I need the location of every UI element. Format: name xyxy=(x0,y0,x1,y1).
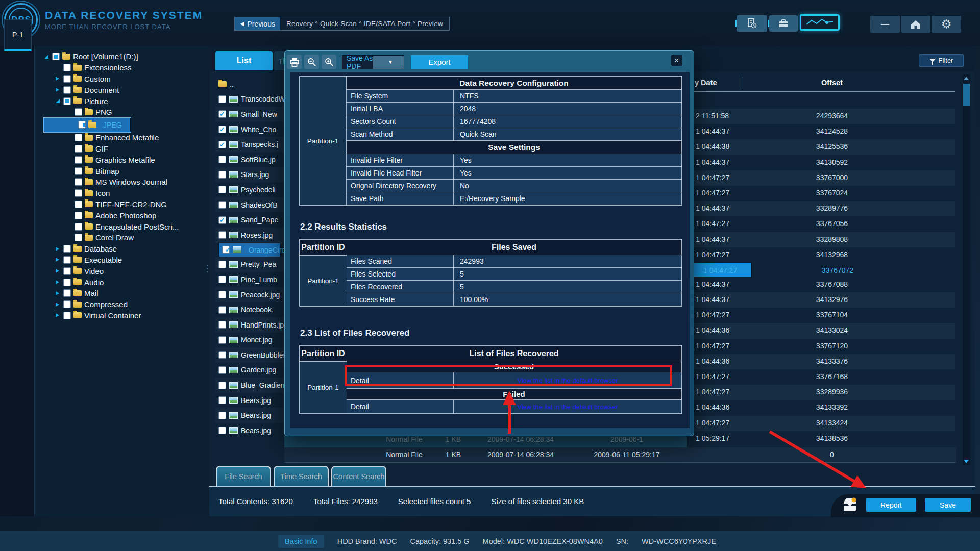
tree-item[interactable]: Mail xyxy=(41,288,207,299)
zoom-out-button[interactable] xyxy=(304,55,319,69)
tree-checkbox[interactable] xyxy=(63,279,71,286)
result-row[interactable]: 1 04:47:27 34132968 xyxy=(687,247,955,263)
tree-checkbox[interactable] xyxy=(63,75,71,83)
tree-checkbox[interactable] xyxy=(75,108,82,116)
search-tab[interactable]: Time Search xyxy=(274,466,329,486)
file-checkbox[interactable] xyxy=(218,231,226,239)
file-checkbox[interactable] xyxy=(218,201,226,209)
tree-checkbox[interactable] xyxy=(75,178,82,186)
file-row[interactable]: Bears.jpg xyxy=(215,408,284,423)
tree-item[interactable]: Graphics Metafile xyxy=(41,154,207,165)
tree-checkbox[interactable] xyxy=(63,64,71,71)
failed-view-list-link[interactable]: View the list in the default browser xyxy=(454,403,681,411)
file-row[interactable]: TranscodedW xyxy=(215,92,284,107)
minimize-button[interactable]: — xyxy=(870,16,900,33)
file-checkbox[interactable] xyxy=(218,261,226,268)
file-checkbox[interactable] xyxy=(218,186,226,193)
file-checkbox[interactable] xyxy=(218,95,226,103)
tree-checkbox[interactable] xyxy=(75,156,82,164)
tree-expander[interactable] xyxy=(54,280,61,284)
tree-checkbox[interactable] xyxy=(75,201,82,208)
tree-checkbox[interactable] xyxy=(63,289,71,297)
file-row[interactable]: Roses.jpg xyxy=(215,228,284,243)
file-checkbox[interactable] xyxy=(218,336,226,344)
print-button[interactable] xyxy=(287,55,302,69)
file-checkbox[interactable] xyxy=(218,276,226,283)
report-button[interactable]: Report xyxy=(866,498,916,512)
result-row[interactable]: 1 04:44:36 34133024 xyxy=(687,323,955,338)
tree-expander[interactable] xyxy=(54,291,61,295)
result-row[interactable]: 1 04:44:38 34125536 xyxy=(687,139,955,155)
file-row[interactable]: Notebook. xyxy=(215,302,284,317)
result-row[interactable]: 1 04:44:37 34124528 xyxy=(687,124,955,139)
file-checkbox[interactable] xyxy=(218,382,226,389)
tree-item[interactable]: Enhanced Metafile xyxy=(41,132,207,143)
column-offset[interactable]: Offset xyxy=(750,79,914,87)
save-button[interactable]: Save xyxy=(925,498,971,512)
tree-item[interactable]: Adobe Photoshop xyxy=(41,210,207,221)
tree-expander[interactable] xyxy=(43,55,50,59)
filter-button[interactable]: Filter xyxy=(919,54,964,67)
settings-button[interactable]: ⚙ xyxy=(932,16,961,33)
result-row[interactable]: 1 04:47:27 33767056 xyxy=(687,216,955,232)
tree-checkbox[interactable] xyxy=(63,256,71,264)
result-row[interactable]: 1 04:47:27 33767072 xyxy=(690,263,752,277)
tree-checkbox[interactable] xyxy=(75,167,82,175)
tree-expander[interactable] xyxy=(54,247,61,251)
tree-item[interactable]: PNG xyxy=(41,107,207,118)
export-button[interactable]: Export xyxy=(411,55,468,69)
disk-health-monitor-button[interactable] xyxy=(800,14,840,31)
report-log-button[interactable] xyxy=(737,15,767,32)
previous-button[interactable]: ◀ Previous xyxy=(235,17,280,30)
tree-expander[interactable] xyxy=(54,269,61,273)
tree-checkbox[interactable] xyxy=(63,267,71,275)
file-row[interactable]: Bears.jpg xyxy=(215,393,284,408)
parent-folder-row[interactable]: .. xyxy=(215,77,284,92)
results-scrollbar[interactable] xyxy=(963,74,970,465)
file-checkbox[interactable] xyxy=(218,171,226,179)
file-checkbox[interactable] xyxy=(218,216,226,224)
result-row[interactable]: 1 04:47:27 33289936 xyxy=(687,385,955,400)
file-checkbox[interactable] xyxy=(218,126,226,133)
file-row[interactable]: Blue_Gradient xyxy=(215,378,284,393)
tree-item[interactable]: Audio xyxy=(41,277,207,288)
file-row[interactable]: White_Cho xyxy=(215,122,284,137)
tree-item[interactable]: Custom xyxy=(41,73,207,85)
file-row[interactable]: OrangeCircles xyxy=(218,243,281,257)
tree-expander[interactable] xyxy=(54,99,61,103)
close-button[interactable]: ✕ xyxy=(671,55,682,66)
tree-item[interactable]: GIF xyxy=(41,143,207,155)
tree-checkbox[interactable] xyxy=(63,245,71,253)
tree-expander[interactable] xyxy=(54,313,61,317)
result-row[interactable]: 1 04:47:27 33767168 xyxy=(687,369,955,385)
partition-tab-p1[interactable]: P-1 xyxy=(4,19,32,51)
file-row[interactable]: SoftBlue.jp xyxy=(215,152,284,167)
tree-expander[interactable] xyxy=(54,77,61,81)
scroll-down-icon[interactable] xyxy=(964,460,969,463)
file-row[interactable]: Pine_Lumb xyxy=(215,272,284,287)
file-row[interactable]: Psychedeli xyxy=(215,182,284,197)
tree-item[interactable]: Bitmap xyxy=(41,165,207,177)
file-row[interactable]: Pretty_Pea xyxy=(215,257,284,272)
result-row[interactable]: 1 04:44:37 34132976 xyxy=(687,292,955,308)
tree-expander[interactable] xyxy=(54,88,61,92)
result-row[interactable]: 1 04:47:27 33767024 xyxy=(687,186,955,201)
tree-item[interactable]: Database xyxy=(41,243,207,255)
tree-item[interactable]: Compressed xyxy=(41,299,207,310)
result-row[interactable]: 1 04:47:27 33767104 xyxy=(687,308,955,323)
tree-checkbox[interactable] xyxy=(75,145,82,153)
basic-info-tab[interactable]: Basic Info xyxy=(278,535,324,548)
search-tab[interactable]: File Search xyxy=(216,466,271,486)
tree-checkbox[interactable] xyxy=(75,134,82,141)
panel-splitter-handle[interactable] xyxy=(206,265,208,289)
toolkit-button[interactable] xyxy=(769,15,798,32)
file-checkbox[interactable] xyxy=(218,291,226,298)
result-row[interactable]: 1 04:44:37 33289776 xyxy=(687,201,955,216)
tree-expander[interactable] xyxy=(54,258,61,262)
result-row[interactable]: 1 04:44:37 34130592 xyxy=(687,155,955,170)
file-checkbox[interactable] xyxy=(218,366,226,374)
tree-checkbox[interactable] xyxy=(52,53,60,60)
file-checkbox[interactable] xyxy=(218,110,226,118)
tree-expander[interactable] xyxy=(54,303,61,307)
tree-checkbox[interactable] xyxy=(75,223,82,231)
